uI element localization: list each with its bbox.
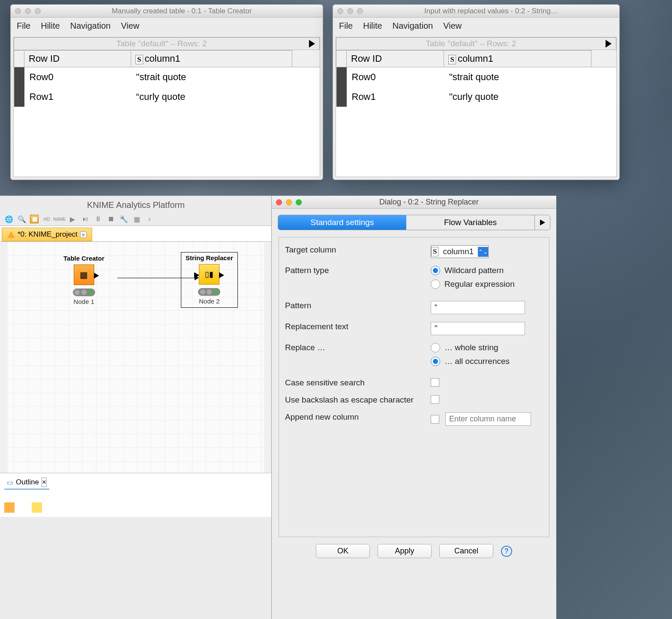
label-pattern-type: Pattern type (285, 266, 431, 275)
replacement-input[interactable] (431, 322, 525, 335)
col-rowid[interactable]: Row ID (347, 51, 444, 67)
dialog-buttons: OK Apply Cancel ? (272, 544, 556, 558)
minimize-icon[interactable] (347, 8, 353, 14)
radio-all-occurrences[interactable]: … all occurrences (431, 357, 543, 366)
outline-minimap[interactable] (4, 502, 267, 514)
row-handle[interactable] (14, 87, 24, 107)
window-title: Manually created table - 0:1 - Table Cre… (45, 7, 318, 15)
label-replace: Replace … (285, 343, 431, 352)
col-rowid[interactable]: Row ID (24, 51, 131, 67)
col-column1[interactable]: Scolumn1 (444, 51, 591, 67)
menu-hilite[interactable]: Hilite (363, 21, 382, 31)
cell-col1: "curly quote (444, 87, 591, 107)
layout-icon[interactable]: ▦ (132, 214, 141, 224)
workflow-tab[interactable]: *0: KNIME_project × (2, 228, 92, 241)
label-replacement: Replacement text (285, 322, 431, 331)
label-append-column: Append new column (285, 412, 431, 422)
table-header: Table "default" – Rows: 2 (14, 37, 320, 50)
tab-overflow-icon[interactable] (534, 215, 550, 230)
node-icon[interactable]: ▦ (74, 264, 94, 285)
cancel-button[interactable]: Cancel (439, 544, 493, 558)
menu-file[interactable]: File (17, 21, 30, 31)
new-node-icon[interactable] (30, 215, 39, 223)
play-icon[interactable]: ▶ (68, 214, 77, 224)
id-icon[interactable]: #ID (42, 214, 51, 224)
menu-hilite[interactable]: Hilite (41, 21, 60, 31)
table-row[interactable]: Row1 “curly quote (14, 87, 320, 107)
workflow-canvas[interactable]: Table Creator ▦ Node 1 String Replacer ▯… (0, 242, 272, 473)
close-icon[interactable] (276, 199, 282, 205)
pattern-input[interactable] (431, 301, 525, 314)
out-port-icon[interactable] (94, 273, 99, 279)
col-column1[interactable]: Scolumn1 (131, 51, 292, 67)
table-row[interactable]: Row0 "strait quote (336, 67, 617, 87)
help-icon[interactable]: ? (501, 546, 512, 557)
close-icon[interactable] (337, 8, 343, 14)
node-string-replacer[interactable]: String Replacer ▯▮ Node 2 (181, 252, 238, 308)
case-sensitive-checkbox[interactable] (431, 378, 439, 387)
node-table-creator[interactable]: Table Creator ▦ Node 1 (63, 255, 105, 305)
table-window-right: Input with replaced values - 0:2 - Strin… (333, 4, 620, 180)
step-icon[interactable]: ⏯ (81, 214, 90, 224)
target-column-select[interactable]: S column1 ⌃⌄ (431, 245, 489, 258)
titlebar[interactable]: Input with replaced values - 0:2 - Strin… (333, 5, 619, 18)
minimize-icon[interactable] (25, 8, 31, 14)
play-icon[interactable] (309, 40, 315, 48)
node-title: Table Creator (63, 255, 105, 262)
play-icon[interactable] (606, 40, 612, 48)
zoom-icon[interactable] (357, 8, 363, 14)
radio-icon (431, 266, 440, 275)
menu-view[interactable]: View (121, 21, 139, 31)
cell-col1: "strait quote (131, 67, 292, 87)
close-view-icon[interactable]: × (42, 478, 47, 487)
pause-icon[interactable]: ⏸ (93, 214, 103, 224)
menu-navigation[interactable]: Navigation (393, 21, 433, 31)
append-column-name-input[interactable] (445, 412, 531, 426)
outline-label: Outline (16, 478, 39, 487)
radio-icon (431, 357, 440, 366)
append-column-checkbox[interactable] (431, 415, 439, 424)
node-label: Node 1 (63, 298, 105, 305)
outline-tab[interactable]: ▭ Outline × (4, 476, 49, 490)
row-handle[interactable] (336, 87, 347, 107)
backslash-escape-checkbox[interactable] (431, 395, 439, 404)
configure-icon[interactable]: 🔧 (119, 214, 129, 224)
zoom-world-icon[interactable]: 🌐 (4, 214, 14, 224)
toolbar: 🌐 🔍 #ID NAME ▶ ⏯ ⏸ ⏹ 🔧 ▦ › (0, 213, 272, 226)
string-type-icon: S (135, 55, 143, 64)
titlebar[interactable]: Dialog - 0:2 - String Replacer (272, 196, 556, 209)
more-icon[interactable]: › (145, 214, 154, 224)
minimize-icon[interactable] (286, 199, 292, 205)
replace-icon: ▯▮ (205, 270, 213, 279)
zoom-icon[interactable] (296, 199, 302, 205)
tab-flow-variables[interactable]: Flow Variables (406, 215, 534, 230)
menu-navigation[interactable]: Navigation (70, 21, 111, 31)
apply-button[interactable]: Apply (378, 544, 432, 558)
table-row[interactable]: Row0 "strait quote (14, 67, 320, 87)
select-value: column1 (440, 246, 478, 258)
data-table: Row ID Scolumn1 Row0 "strait quote Row1 … (14, 50, 320, 107)
menu-file[interactable]: File (339, 21, 353, 31)
zoom-icon[interactable] (35, 8, 41, 14)
connection-arrow-icon (195, 275, 199, 280)
menu-view[interactable]: View (443, 21, 462, 31)
out-port-icon[interactable] (219, 272, 224, 278)
close-tab-icon[interactable]: × (80, 231, 87, 238)
row-handle[interactable] (14, 67, 24, 87)
radio-whole-string[interactable]: … whole string (431, 343, 543, 352)
string-type-icon: S (448, 55, 456, 64)
connection[interactable] (117, 278, 195, 278)
magnify-icon[interactable]: 🔍 (17, 214, 27, 224)
radio-wildcard[interactable]: Wildcard pattern (431, 266, 543, 275)
radio-regex[interactable]: Regular expression (431, 279, 543, 289)
close-icon[interactable] (15, 8, 21, 14)
titlebar[interactable]: Manually created table - 0:1 - Table Cre… (11, 5, 323, 18)
node-icon[interactable]: ▯▮ (199, 264, 219, 285)
tab-standard-settings[interactable]: Standard settings (278, 215, 406, 230)
ok-button[interactable]: OK (316, 544, 370, 558)
table-row[interactable]: Row1 "curly quote (336, 87, 617, 107)
table-header: Table "default" – Rows: 2 (336, 37, 616, 50)
stop-icon[interactable]: ⏹ (106, 214, 116, 224)
row-handle[interactable] (336, 67, 347, 87)
name-icon[interactable]: NAME (55, 214, 64, 224)
